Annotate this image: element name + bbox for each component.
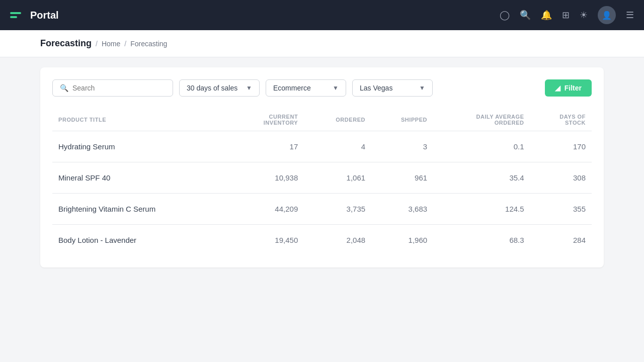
breadcrumb: Forecasting / Home / Forecasting	[0, 30, 644, 57]
header-icons: ◯ 🔍 🔔 ⊞ ☀ 👤 ☰	[500, 6, 634, 24]
cell-product-title: Hydrating Serum	[52, 131, 229, 162]
table-row: Mineral SPF 40 10,938 1,061 961 35.4 308	[52, 162, 592, 194]
cell-shipped: 3,683	[371, 194, 433, 225]
toolbar: 🔍 30 days of sales ▼ Ecommerce ▼ Las Veg…	[52, 79, 592, 97]
cell-days-of-stock: 170	[530, 131, 592, 162]
channel-dropdown-value: Ecommerce	[273, 84, 311, 92]
bell-icon[interactable]: 🔔	[541, 10, 552, 21]
col-days-of-stock: DAYS OFSTOCK	[530, 109, 592, 131]
cell-product-title: Brightening Vitamin C Serum	[52, 194, 229, 225]
channel-dropdown[interactable]: Ecommerce ▼	[266, 79, 346, 97]
table-body: Hydrating Serum 17 4 3 0.1 170 Mineral S…	[52, 131, 592, 256]
logo-bar-top	[10, 12, 21, 14]
avatar-icon: 👤	[602, 11, 612, 20]
breadcrumb-separator2: /	[124, 40, 126, 48]
cell-days-of-stock: 308	[530, 162, 592, 194]
location-dropdown-value: Las Vegas	[360, 84, 392, 92]
header: Portal ◯ 🔍 🔔 ⊞ ☀ 👤 ☰	[0, 0, 644, 30]
channel-dropdown-arrow: ▼	[333, 84, 339, 92]
cell-current-inventory: 19,450	[229, 225, 304, 256]
menu-icon[interactable]: ☰	[626, 10, 634, 21]
message-icon[interactable]: ◯	[500, 10, 510, 21]
location-dropdown-arrow: ▼	[419, 84, 425, 92]
days-dropdown[interactable]: 30 days of sales ▼	[179, 79, 260, 97]
table-header-row: PRODUCT TITLE CURRENTINVENTORY ORDERED S…	[52, 109, 592, 131]
cell-daily-average: 35.4	[433, 162, 530, 194]
grid-icon[interactable]: ⊞	[562, 10, 570, 21]
logo: Portal	[10, 7, 59, 23]
days-dropdown-value: 30 days of sales	[187, 84, 237, 92]
search-icon[interactable]: 🔍	[520, 10, 531, 21]
main-content: 🔍 30 days of sales ▼ Ecommerce ▼ Las Veg…	[0, 57, 644, 278]
col-product-title: PRODUCT TITLE	[52, 109, 229, 131]
breadcrumb-home[interactable]: Home	[102, 40, 120, 48]
cell-current-inventory: 10,938	[229, 162, 304, 194]
page-title: Forecasting	[40, 38, 92, 49]
location-dropdown[interactable]: Las Vegas ▼	[352, 79, 433, 97]
cell-current-inventory: 17	[229, 131, 304, 162]
cell-ordered: 4	[304, 131, 371, 162]
data-table: PRODUCT TITLE CURRENTINVENTORY ORDERED S…	[52, 109, 592, 255]
cell-product-title: Mineral SPF 40	[52, 162, 229, 194]
cell-days-of-stock: 355	[530, 194, 592, 225]
col-daily-average: DAILY AVERAGEORDERED	[433, 109, 530, 131]
col-ordered: ORDERED	[304, 109, 371, 131]
cell-shipped: 1,960	[371, 225, 433, 256]
cell-daily-average: 68.3	[433, 225, 530, 256]
breadcrumb-separator: /	[96, 40, 98, 48]
cell-ordered: 1,061	[304, 162, 371, 194]
content-card: 🔍 30 days of sales ▼ Ecommerce ▼ Las Veg…	[40, 67, 604, 267]
cell-shipped: 961	[371, 162, 433, 194]
table-row: Hydrating Serum 17 4 3 0.1 170	[52, 131, 592, 162]
cell-current-inventory: 44,209	[229, 194, 304, 225]
table-row: Body Lotion - Lavender 19,450 2,048 1,96…	[52, 225, 592, 256]
logo-icon	[10, 7, 26, 23]
logo-text: Portal	[30, 10, 59, 21]
cell-days-of-stock: 284	[530, 225, 592, 256]
table-header: PRODUCT TITLE CURRENTINVENTORY ORDERED S…	[52, 109, 592, 131]
col-shipped: SHIPPED	[371, 109, 433, 131]
filter-label: Filter	[565, 84, 582, 92]
table-row: Brightening Vitamin C Serum 44,209 3,735…	[52, 194, 592, 225]
search-box-icon: 🔍	[60, 84, 68, 92]
avatar[interactable]: 👤	[598, 6, 616, 24]
cell-daily-average: 0.1	[433, 131, 530, 162]
sun-icon[interactable]: ☀	[580, 10, 588, 21]
logo-bar-bottom	[10, 16, 17, 18]
cell-daily-average: 124.5	[433, 194, 530, 225]
filter-button[interactable]: ◢ Filter	[545, 79, 592, 97]
cell-ordered: 2,048	[304, 225, 371, 256]
col-current-inventory: CURRENTINVENTORY	[229, 109, 304, 131]
cell-product-title: Body Lotion - Lavender	[52, 225, 229, 256]
search-box[interactable]: 🔍	[52, 79, 173, 97]
cell-ordered: 3,735	[304, 194, 371, 225]
breadcrumb-current: Forecasting	[130, 40, 167, 48]
days-dropdown-arrow: ▼	[246, 84, 252, 92]
cell-shipped: 3	[371, 131, 433, 162]
search-input[interactable]	[72, 84, 166, 92]
filter-icon: ◢	[555, 84, 560, 92]
